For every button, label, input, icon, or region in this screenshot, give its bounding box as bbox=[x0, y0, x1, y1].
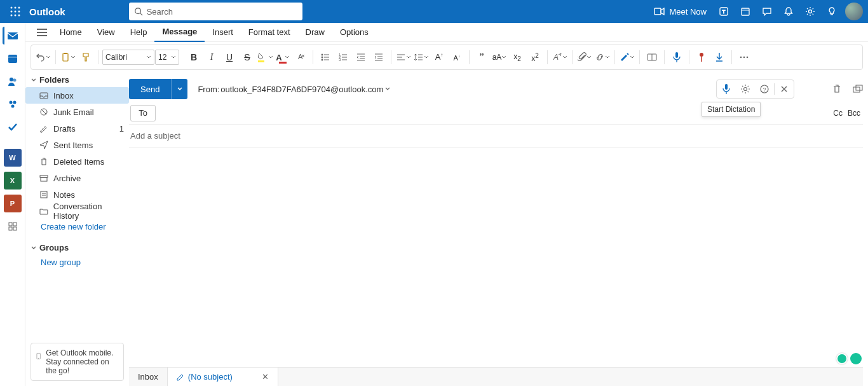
account-avatar[interactable] bbox=[845, 3, 863, 20]
italic-button[interactable]: I bbox=[203, 48, 220, 66]
tab-insert[interactable]: Insert bbox=[205, 23, 241, 42]
align-button[interactable] bbox=[395, 48, 412, 66]
notifications-button[interactable] bbox=[778, 0, 799, 23]
bottom-tab-close-button[interactable]: ✕ bbox=[262, 372, 269, 382]
immersive-reader-button[interactable] bbox=[644, 48, 660, 66]
bullets-button[interactable] bbox=[317, 48, 334, 66]
underline-button[interactable]: U bbox=[221, 48, 238, 66]
quote-button[interactable]: ” bbox=[473, 48, 490, 66]
folder-junk[interactable]: Junk Email bbox=[25, 104, 129, 120]
tab-view[interactable]: View bbox=[90, 23, 123, 42]
folder-inbox[interactable]: Inbox bbox=[25, 87, 129, 104]
signature-button[interactable] bbox=[619, 48, 635, 66]
bold-button[interactable]: B bbox=[186, 48, 202, 66]
numbering-button[interactable]: 123 bbox=[335, 48, 351, 66]
compose-body[interactable] bbox=[129, 148, 863, 367]
rail-people[interactable] bbox=[4, 72, 22, 90]
mobile-promo[interactable]: Get Outlook mobile. Stay connected on th… bbox=[31, 343, 124, 381]
bottom-tab-compose[interactable]: (No subject) ✕ bbox=[168, 368, 278, 386]
tips-button[interactable] bbox=[821, 0, 843, 23]
dictation-mic-button[interactable] bbox=[717, 79, 736, 99]
more-options-button[interactable] bbox=[736, 48, 752, 66]
strikethrough-button[interactable]: S bbox=[239, 48, 255, 66]
format-painter-icon bbox=[81, 52, 90, 62]
folder-conversation-history[interactable]: Conversation History bbox=[25, 203, 129, 219]
folder-archive[interactable]: Archive bbox=[25, 170, 129, 186]
folder-drafts[interactable]: Drafts 1 bbox=[25, 120, 129, 137]
discard-button[interactable] bbox=[832, 84, 841, 94]
decrease-font-button[interactable]: A↓ bbox=[449, 48, 465, 66]
groups-header[interactable]: Groups bbox=[25, 240, 129, 255]
new-group-link[interactable]: New group bbox=[25, 255, 129, 270]
folders-header[interactable]: Folders bbox=[25, 72, 129, 87]
clear-formatting-button[interactable]: A bbox=[292, 48, 309, 66]
line-spacing-button[interactable] bbox=[413, 48, 430, 66]
folder-notes[interactable]: Notes bbox=[25, 186, 129, 203]
dictate-button[interactable] bbox=[668, 48, 685, 66]
teams-button[interactable]: T bbox=[713, 0, 735, 23]
rail-word[interactable]: W bbox=[4, 149, 22, 167]
tab-draw[interactable]: Draw bbox=[298, 23, 332, 42]
chevron-down-icon bbox=[177, 86, 183, 92]
folder-deleted[interactable]: Deleted Items bbox=[25, 153, 129, 170]
highlight-button[interactable] bbox=[257, 48, 273, 66]
increase-font-button[interactable]: A↑ bbox=[431, 48, 447, 66]
bottom-tabstrip: Inbox (No subject) ✕ bbox=[129, 367, 863, 386]
dictation-settings-button[interactable] bbox=[736, 79, 755, 99]
rail-more-apps[interactable] bbox=[4, 217, 22, 235]
tab-options[interactable]: Options bbox=[332, 23, 376, 42]
chevron-down-icon[interactable] bbox=[384, 86, 391, 92]
dictation-help-button[interactable]: ? bbox=[755, 79, 774, 99]
save-download-button[interactable] bbox=[711, 48, 728, 66]
sensitivity-button[interactable] bbox=[693, 48, 710, 66]
meet-now-button[interactable]: Meet Now bbox=[648, 7, 713, 17]
tab-home[interactable]: Home bbox=[52, 23, 90, 42]
link-button[interactable] bbox=[594, 48, 611, 66]
rail-excel[interactable]: X bbox=[4, 172, 22, 190]
tab-format-text[interactable]: Format text bbox=[241, 23, 298, 42]
bcc-button[interactable]: Bcc bbox=[848, 109, 860, 118]
subject-input[interactable] bbox=[129, 130, 863, 141]
grammarly-badge-icon[interactable] bbox=[836, 353, 848, 364]
rail-todo[interactable] bbox=[4, 118, 22, 136]
subscript-button[interactable]: x2 bbox=[509, 48, 526, 66]
send-button[interactable]: Send bbox=[129, 79, 171, 99]
search-input[interactable]: Search bbox=[129, 3, 302, 20]
rail-groups[interactable] bbox=[4, 95, 22, 113]
increase-indent-button[interactable] bbox=[370, 48, 387, 66]
nav-toggle-button[interactable] bbox=[32, 28, 52, 37]
from-address[interactable]: outlook_F34F8D7FA6DF9704@outlook.com bbox=[220, 85, 383, 94]
superscript-button[interactable]: x2 bbox=[527, 48, 543, 66]
undo-button[interactable] bbox=[35, 48, 51, 66]
paste-button[interactable] bbox=[60, 48, 76, 66]
attach-button[interactable] bbox=[576, 48, 593, 66]
to-button[interactable]: To bbox=[130, 105, 156, 121]
create-folder-link[interactable]: Create new folder bbox=[25, 219, 129, 234]
rail-calendar[interactable] bbox=[4, 50, 22, 67]
calendar-top-button[interactable] bbox=[735, 0, 756, 23]
font-color-button[interactable]: A bbox=[275, 48, 291, 66]
folder-sent[interactable]: Sent Items bbox=[25, 137, 129, 153]
decrease-indent-button[interactable] bbox=[353, 48, 369, 66]
dictation-close-button[interactable] bbox=[775, 79, 794, 99]
font-name-select[interactable]: Calibri bbox=[102, 50, 154, 65]
svg-text:3: 3 bbox=[339, 58, 341, 62]
rail-powerpoint[interactable]: P bbox=[4, 195, 22, 212]
brand-label[interactable]: Outlook bbox=[29, 6, 65, 17]
bottom-tab-inbox[interactable]: Inbox bbox=[129, 368, 168, 386]
cc-button[interactable]: Cc bbox=[833, 109, 843, 118]
popout-button[interactable] bbox=[853, 85, 863, 93]
italic-icon: I bbox=[210, 52, 214, 62]
format-painter-button[interactable] bbox=[78, 48, 94, 66]
change-case-button[interactable]: aA bbox=[491, 48, 508, 66]
send-options-button[interactable] bbox=[171, 79, 187, 99]
settings-button[interactable] bbox=[799, 0, 821, 23]
grammarly-icon[interactable] bbox=[850, 353, 862, 364]
rail-mail[interactable] bbox=[3, 27, 20, 45]
tab-help[interactable]: Help bbox=[123, 23, 155, 42]
styles-button[interactable]: A bbox=[552, 48, 568, 66]
font-size-select[interactable]: 12 bbox=[155, 50, 179, 65]
tab-message[interactable]: Message bbox=[154, 23, 205, 42]
app-launcher-button[interactable] bbox=[5, 1, 25, 22]
chat-button[interactable] bbox=[756, 0, 778, 23]
